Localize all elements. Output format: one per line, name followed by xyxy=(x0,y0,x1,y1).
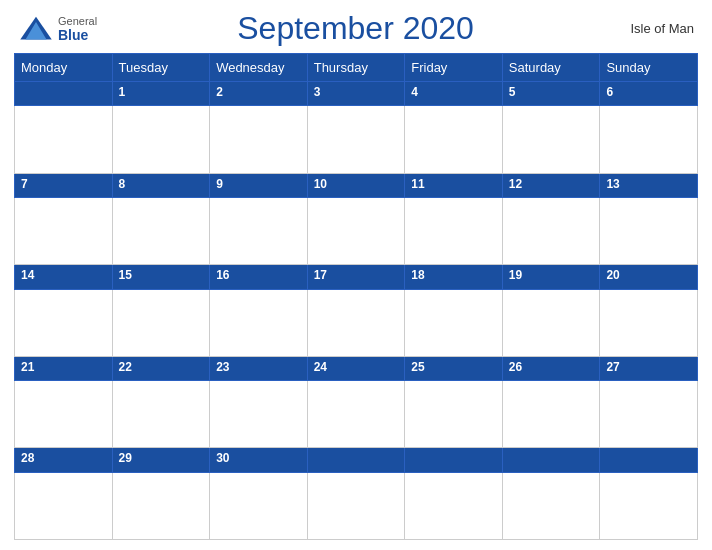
generalblue-logo-icon xyxy=(18,15,54,43)
week-3-day-4-num: 17 xyxy=(307,265,405,289)
week-3-day-2-body xyxy=(112,289,210,356)
week-1-day-2-body xyxy=(112,106,210,173)
week-5-day-2-num: 29 xyxy=(112,448,210,472)
week-2-day-6-num: 12 xyxy=(502,173,600,197)
header-saturday: Saturday xyxy=(502,54,600,82)
week-4-day-4-num: 24 xyxy=(307,356,405,380)
week-1-day-7-body xyxy=(600,106,698,173)
week-5-day-6-body xyxy=(502,472,600,539)
week-3-day-1-body xyxy=(15,289,113,356)
week-1-day-5-body xyxy=(405,106,503,173)
week-5-day-5-num xyxy=(405,448,503,472)
week-5-day-3-body xyxy=(210,472,308,539)
week-5-day-1-body xyxy=(15,472,113,539)
region-label: Isle of Man xyxy=(614,21,694,36)
week-2-day-1-body xyxy=(15,198,113,265)
week-3-day-3-num: 16 xyxy=(210,265,308,289)
week-4-body-row xyxy=(15,381,698,448)
week-5-day-6-num xyxy=(502,448,600,472)
week-4-day-5-num: 25 xyxy=(405,356,503,380)
week-2-day-3-num: 9 xyxy=(210,173,308,197)
week-4-day-3-num: 23 xyxy=(210,356,308,380)
week-5-day-2-body xyxy=(112,472,210,539)
header-wednesday: Wednesday xyxy=(210,54,308,82)
week-3-day-3-body xyxy=(210,289,308,356)
week-1-body-row xyxy=(15,106,698,173)
calendar-wrapper: Monday Tuesday Wednesday Thursday Friday… xyxy=(14,53,698,540)
week-4-num-row: 21222324252627 xyxy=(15,356,698,380)
weekday-header-row: Monday Tuesday Wednesday Thursday Friday… xyxy=(15,54,698,82)
week-5-day-7-num xyxy=(600,448,698,472)
week-1-day-3-body xyxy=(210,106,308,173)
week-2-day-5-num: 11 xyxy=(405,173,503,197)
calendar-page: General Blue September 2020 Isle of Man … xyxy=(0,0,712,550)
week-3-day-6-num: 19 xyxy=(502,265,600,289)
week-1-day-4-body xyxy=(307,106,405,173)
week-4-day-6-body xyxy=(502,381,600,448)
week-3-day-5-num: 18 xyxy=(405,265,503,289)
week-3-day-6-body xyxy=(502,289,600,356)
week-3-num-row: 14151617181920 xyxy=(15,265,698,289)
week-4-day-6-num: 26 xyxy=(502,356,600,380)
week-2-day-2-body xyxy=(112,198,210,265)
week-1-day-1-body xyxy=(15,106,113,173)
week-4-day-4-body xyxy=(307,381,405,448)
week-5-num-row: 282930 xyxy=(15,448,698,472)
week-5-day-1-num: 28 xyxy=(15,448,113,472)
week-2-day-2-num: 8 xyxy=(112,173,210,197)
week-5-body-row xyxy=(15,472,698,539)
week-1-day-7-num: 6 xyxy=(600,82,698,106)
calendar-header: General Blue September 2020 Isle of Man xyxy=(14,10,698,47)
week-1-day-4-num: 3 xyxy=(307,82,405,106)
week-2-day-7-num: 13 xyxy=(600,173,698,197)
week-3-day-4-body xyxy=(307,289,405,356)
week-2-day-5-body xyxy=(405,198,503,265)
calendar-title-area: September 2020 xyxy=(97,10,614,47)
week-1-day-3-num: 2 xyxy=(210,82,308,106)
week-4-day-1-body xyxy=(15,381,113,448)
week-2-body-row xyxy=(15,198,698,265)
week-1-day-6-body xyxy=(502,106,600,173)
header-tuesday: Tuesday xyxy=(112,54,210,82)
week-5-day-4-body xyxy=(307,472,405,539)
week-5-day-3-num: 30 xyxy=(210,448,308,472)
calendar-table: Monday Tuesday Wednesday Thursday Friday… xyxy=(14,53,698,540)
week-3-day-7-body xyxy=(600,289,698,356)
week-3-day-2-num: 15 xyxy=(112,265,210,289)
logo-text: General Blue xyxy=(58,15,97,42)
week-3-body-row xyxy=(15,289,698,356)
calendar-title: September 2020 xyxy=(237,10,474,46)
week-2-day-3-body xyxy=(210,198,308,265)
week-4-day-7-body xyxy=(600,381,698,448)
week-4-day-2-body xyxy=(112,381,210,448)
week-1-day-5-num: 4 xyxy=(405,82,503,106)
week-4-day-2-num: 22 xyxy=(112,356,210,380)
week-3-day-5-body xyxy=(405,289,503,356)
week-1-day-2-num: 1 xyxy=(112,82,210,106)
header-sunday: Sunday xyxy=(600,54,698,82)
logo-area: General Blue xyxy=(18,15,97,43)
week-4-day-7-num: 27 xyxy=(600,356,698,380)
week-1-day-6-num: 5 xyxy=(502,82,600,106)
week-2-day-7-body xyxy=(600,198,698,265)
header-friday: Friday xyxy=(405,54,503,82)
week-2-day-4-body xyxy=(307,198,405,265)
week-1-day-1-num xyxy=(15,82,113,106)
header-thursday: Thursday xyxy=(307,54,405,82)
week-1-num-row: 123456 xyxy=(15,82,698,106)
week-5-day-5-body xyxy=(405,472,503,539)
week-2-day-6-body xyxy=(502,198,600,265)
week-4-day-3-body xyxy=(210,381,308,448)
week-2-day-4-num: 10 xyxy=(307,173,405,197)
week-4-day-1-num: 21 xyxy=(15,356,113,380)
calendar-body: 1234567891011121314151617181920212223242… xyxy=(15,82,698,540)
header-monday: Monday xyxy=(15,54,113,82)
logo-blue-text: Blue xyxy=(58,28,97,42)
week-5-day-7-body xyxy=(600,472,698,539)
week-2-day-1-num: 7 xyxy=(15,173,113,197)
week-2-num-row: 78910111213 xyxy=(15,173,698,197)
week-3-day-7-num: 20 xyxy=(600,265,698,289)
week-4-day-5-body xyxy=(405,381,503,448)
week-5-day-4-num xyxy=(307,448,405,472)
week-3-day-1-num: 14 xyxy=(15,265,113,289)
